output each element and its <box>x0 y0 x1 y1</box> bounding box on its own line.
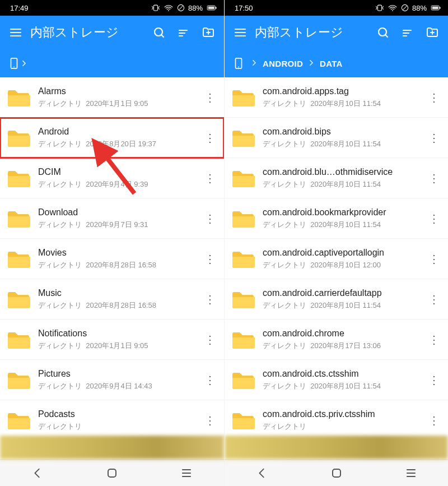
folder-row[interactable]: Alarms ディレクトリ 2020年1月1日 9:05 ⋮ <box>0 77 224 118</box>
more-button[interactable]: ⋮ <box>200 374 220 386</box>
folder-meta: ディレクトリ 2020年8月28日 16:58 <box>38 300 200 311</box>
folder-meta: ディレクトリ 2020年8月10日 11:54 <box>263 300 424 311</box>
folder-name: Music <box>38 288 200 298</box>
folder-row[interactable]: com.android.blu…othmidiservice ディレクトリ 20… <box>225 158 448 198</box>
folder-meta: ディレクトリ 2020年9月4日 14:43 <box>38 381 200 391</box>
sort-icon <box>177 26 190 39</box>
folder-list[interactable]: Alarms ディレクトリ 2020年1月1日 9:05 ⋮ Android デ… <box>0 77 224 436</box>
folder-icon <box>231 206 256 231</box>
nav-back-button[interactable] <box>240 467 284 479</box>
more-button[interactable]: ⋮ <box>200 92 220 103</box>
folder-row[interactable]: Music ディレクトリ 2020年8月28日 16:58 ⋮ <box>0 279 224 320</box>
device-icon[interactable] <box>232 57 245 70</box>
more-button[interactable]: ⋮ <box>200 213 220 224</box>
device-icon[interactable] <box>8 57 20 70</box>
folder-row[interactable]: Android ディレクトリ 2020年8月20日 19:37 ⋮ <box>0 118 224 158</box>
more-button[interactable]: ⋮ <box>424 213 444 224</box>
sort-button[interactable] <box>395 20 420 45</box>
nav-recent-button[interactable] <box>164 467 209 479</box>
folder-meta: ディレクトリ 2020年1月1日 9:05 <box>38 99 200 109</box>
folder-name: Pictures <box>38 368 200 379</box>
chevron-right-icon <box>309 59 314 68</box>
more-button[interactable]: ⋮ <box>424 253 444 265</box>
more-button[interactable]: ⋮ <box>200 294 220 305</box>
app-bar: 内部ストレージ <box>225 16 448 49</box>
more-button[interactable]: ⋮ <box>200 253 220 265</box>
folder-row[interactable]: DCIM ディレクトリ 2020年9月4日 9:39 ⋮ <box>0 158 224 198</box>
status-time: 17:49 <box>10 4 29 12</box>
system-nav-bar <box>225 459 448 486</box>
folder-meta: ディレクトリ 2020年8月10日 11:54 <box>263 99 424 109</box>
more-button[interactable]: ⋮ <box>424 374 444 386</box>
more-button[interactable]: ⋮ <box>200 415 220 426</box>
nav-recent-button[interactable] <box>389 467 433 479</box>
folder-name: com.android.bookmarkprovider <box>263 207 424 217</box>
new-folder-button[interactable] <box>420 20 445 45</box>
folder-name: DCIM <box>38 166 200 177</box>
folder-list[interactable]: com.android.apps.tag ディレクトリ 2020年8月10日 1… <box>225 77 448 436</box>
more-button[interactable]: ⋮ <box>424 132 444 144</box>
menu-button[interactable] <box>228 20 253 45</box>
folder-icon <box>7 85 31 110</box>
app-bar: 内部ストレージ <box>0 16 224 49</box>
nav-home-button[interactable] <box>90 467 134 479</box>
hamburger-icon <box>9 26 22 39</box>
folder-name: com.android.carrierdefaultapp <box>263 288 424 298</box>
folder-meta: ディレクトリ 2020年8月10日 11:54 <box>263 139 424 149</box>
status-bar: 17:50 88% <box>225 0 448 16</box>
search-button[interactable] <box>147 20 171 45</box>
folder-row[interactable]: com.android.chrome ディレクトリ 2020年8月17日 13:… <box>225 320 448 360</box>
more-button[interactable]: ⋮ <box>200 334 220 345</box>
folder-row[interactable]: Notifications ディレクトリ 2020年1月1日 9:05 ⋮ <box>0 320 224 360</box>
sort-button[interactable] <box>171 20 196 45</box>
more-button[interactable]: ⋮ <box>200 173 220 184</box>
status-icons: 88% <box>375 4 441 12</box>
folder-row[interactable]: com.android.captiveportallogin ディレクトリ 20… <box>225 239 448 279</box>
more-button[interactable]: ⋮ <box>424 92 444 103</box>
more-button[interactable]: ⋮ <box>424 415 444 426</box>
more-button[interactable]: ⋮ <box>424 334 444 345</box>
status-icons: 88% <box>151 4 217 12</box>
folder-text: com.android.bips ディレクトリ 2020年8月10日 11:54 <box>263 126 424 149</box>
folder-row[interactable]: Download ディレクトリ 2020年9月7日 9:31 ⋮ <box>0 198 224 239</box>
folder-icon <box>7 166 31 191</box>
ad-banner[interactable] <box>225 436 448 459</box>
breadcrumb <box>0 49 224 77</box>
folder-meta: ディレクトリ 2020年8月28日 16:58 <box>38 260 200 270</box>
more-button[interactable]: ⋮ <box>424 173 444 184</box>
nav-home-button[interactable] <box>314 467 359 479</box>
new-folder-icon <box>426 26 439 39</box>
folder-row[interactable]: com.android.apps.tag ディレクトリ 2020年8月10日 1… <box>225 77 448 118</box>
vibrate-icon <box>151 4 160 12</box>
folder-row[interactable]: com.android.bips ディレクトリ 2020年8月10日 11:54… <box>225 118 448 158</box>
breadcrumb-segment[interactable]: DATA <box>320 59 343 68</box>
wifi-icon <box>388 4 398 12</box>
ad-banner[interactable] <box>0 436 224 459</box>
folder-row[interactable]: Pictures ディレクトリ 2020年9月4日 14:43 ⋮ <box>0 360 224 400</box>
folder-row[interactable]: Podcasts ディレクトリ ⋮ <box>0 400 224 436</box>
folder-name: Alarms <box>38 86 200 96</box>
folder-row[interactable]: com.android.cts.ctsshim ディレクトリ 2020年8月10… <box>225 360 448 400</box>
folder-icon <box>231 247 256 271</box>
folder-row[interactable]: com.android.carrierdefaultapp ディレクトリ 202… <box>225 279 448 320</box>
new-folder-button[interactable] <box>196 20 221 45</box>
more-button[interactable]: ⋮ <box>424 294 444 305</box>
folder-row[interactable]: com.android.cts.priv.ctsshim ディレクトリ ⋮ <box>225 400 448 436</box>
sort-icon <box>401 26 414 39</box>
search-button[interactable] <box>371 20 395 45</box>
folder-row[interactable]: Movies ディレクトリ 2020年8月28日 16:58 ⋮ <box>0 239 224 279</box>
folder-meta: ディレクトリ 2020年9月7日 9:31 <box>38 220 200 230</box>
folder-name: com.android.apps.tag <box>263 86 424 96</box>
folder-row[interactable]: com.android.bookmarkprovider ディレクトリ 2020… <box>225 198 448 239</box>
folder-text: Pictures ディレクトリ 2020年9月4日 14:43 <box>38 368 200 391</box>
nav-back-button[interactable] <box>15 467 60 479</box>
status-battery-pct: 88% <box>188 4 203 12</box>
battery-icon <box>430 4 441 12</box>
breadcrumb-segment[interactable]: ANDROID <box>263 59 303 68</box>
folder-name: Podcasts <box>38 409 200 419</box>
folder-name: com.android.cts.priv.ctsshim <box>263 409 424 419</box>
more-button[interactable]: ⋮ <box>200 132 220 144</box>
folder-icon <box>7 287 31 312</box>
menu-button[interactable] <box>3 20 28 45</box>
status-bar: 17:49 88% <box>0 0 224 16</box>
